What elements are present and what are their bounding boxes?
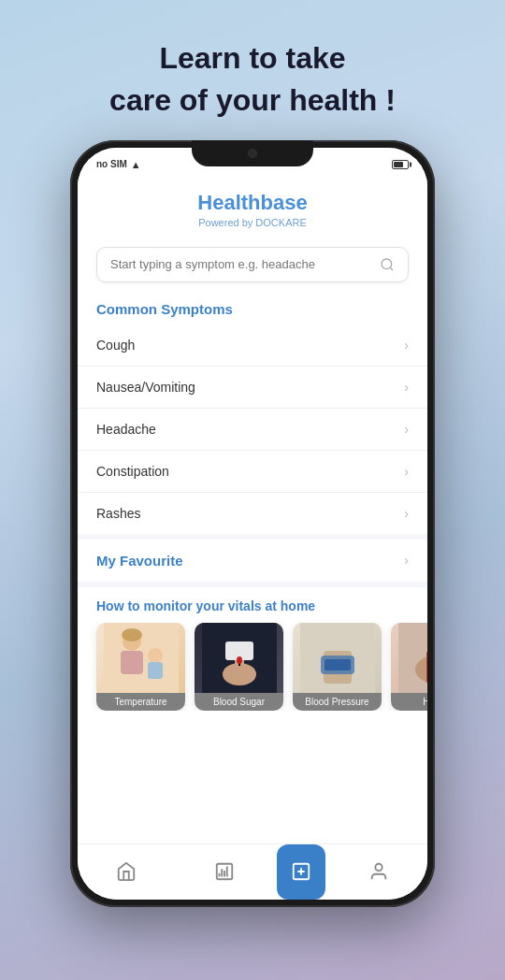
bottom-nav [78, 843, 427, 900]
svg-point-4 [122, 628, 142, 641]
svg-rect-7 [148, 662, 163, 679]
search-input[interactable] [110, 257, 380, 271]
vital-image-blood-pressure [293, 623, 382, 693]
svg-point-6 [148, 648, 163, 663]
vital-card-blood-sugar[interactable]: Blood Sugar [195, 623, 283, 711]
camera [248, 149, 257, 158]
nav-item-chart[interactable] [176, 844, 274, 900]
svg-rect-5 [121, 651, 143, 674]
vital-label-heart: Hea... [391, 693, 427, 711]
chevron-icon: › [404, 553, 409, 568]
symptom-item-nausea[interactable]: Nausea/Vomiting › [78, 367, 427, 409]
app-subtitle: Powered by DOCKARE [96, 217, 409, 228]
symptom-item-headache[interactable]: Headache › [78, 409, 427, 451]
add-icon [291, 861, 311, 882]
vital-card-blood-pressure[interactable]: Blood Pressure [293, 623, 382, 711]
chevron-icon: › [404, 422, 409, 437]
vital-image-temperature [96, 623, 185, 693]
wifi-icon: ▲ [131, 159, 141, 170]
nav-item-profile[interactable] [329, 844, 427, 900]
symptom-name: Constipation [96, 464, 169, 479]
vitals-title: How to monitor your vitals at home [78, 587, 427, 623]
blood-pressure-illustration [300, 623, 375, 693]
svg-rect-18 [398, 623, 428, 693]
app-content: Healthbase Powered by DOCKARE Common Sym… [78, 176, 427, 843]
phone-screen: no SIM ▲ Healthbase Powered by DOCKARE [78, 148, 427, 900]
vital-card-temperature[interactable]: Temperature [96, 623, 185, 711]
symptom-item-cough[interactable]: Cough › [78, 324, 427, 367]
vital-card-heart[interactable]: ♥ Hea... [391, 623, 427, 711]
common-symptoms-title: Common Symptoms [78, 297, 427, 324]
home-icon [116, 861, 137, 882]
nav-item-add[interactable] [277, 844, 325, 900]
app-header: Healthbase Powered by DOCKARE [78, 176, 427, 238]
chart-icon [214, 861, 235, 882]
symptom-name: Nausea/Vomiting [96, 380, 195, 395]
search-icon [380, 257, 395, 272]
vital-label-blood-sugar: Blood Sugar [195, 693, 283, 711]
symptom-item-constipation[interactable]: Constipation › [78, 451, 427, 493]
temperature-illustration [104, 623, 179, 693]
symptom-item-rashes[interactable]: Rashes › [78, 493, 427, 534]
phone-notch [192, 140, 313, 166]
vital-image-heart: ♥ [391, 623, 427, 693]
svg-point-0 [382, 259, 392, 269]
symptom-name: Cough [96, 338, 135, 353]
svg-rect-20 [426, 651, 428, 684]
vital-image-blood-sugar [195, 623, 283, 693]
status-left: no SIM ▲ [96, 159, 141, 170]
battery-fill [394, 162, 403, 167]
search-bar[interactable] [96, 247, 409, 282]
symptom-list: Cough › Nausea/Vomiting › Headache › Con… [78, 324, 427, 534]
svg-point-13 [237, 656, 242, 664]
my-favourite[interactable]: My Favourite › [78, 534, 427, 582]
chevron-icon: › [404, 464, 409, 479]
svg-line-1 [390, 267, 393, 270]
battery-icon [392, 160, 409, 169]
vital-label-blood-pressure: Blood Pressure [293, 693, 382, 711]
my-favourite-title: My Favourite [96, 553, 183, 569]
chevron-icon: › [404, 380, 409, 395]
headline: Learn to take care of your health ! [109, 0, 396, 140]
blood-sugar-illustration [202, 623, 277, 693]
profile-icon [368, 861, 389, 882]
headline-text: Learn to take care of your health ! [109, 37, 396, 122]
chevron-icon: › [404, 506, 409, 521]
app-title: Healthbase [96, 191, 409, 215]
heart-illustration: ♥ [398, 623, 428, 693]
symptom-name: Headache [96, 422, 156, 437]
carrier-text: no SIM [96, 159, 127, 169]
nav-item-home[interactable] [78, 844, 176, 900]
svg-rect-17 [325, 659, 351, 670]
svg-point-31 [375, 864, 382, 871]
vitals-scroll: Temperature [78, 623, 427, 711]
symptom-name: Rashes [96, 506, 140, 521]
vitals-section: How to monitor your vitals at home [78, 582, 427, 720]
phone-mockup: no SIM ▲ Healthbase Powered by DOCKARE [70, 140, 435, 907]
vital-label-temperature: Temperature [96, 693, 185, 711]
status-right [392, 160, 409, 169]
chevron-icon: › [404, 338, 409, 353]
